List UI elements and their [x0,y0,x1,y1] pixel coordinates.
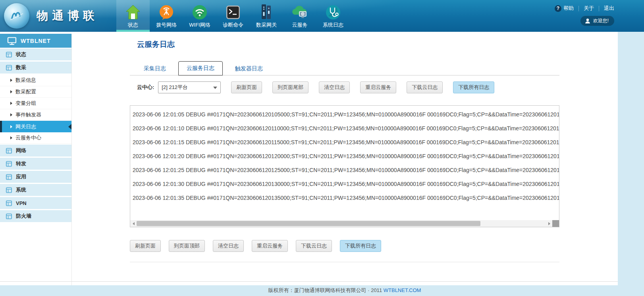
cloud-center-selected-value: [2] 212平台 [162,84,188,91]
nav-item-diagnostic-command[interactable]: 诊断命令 [216,0,250,32]
log-lines: 2023-06-06 12:01:05 DEBUG ##0171QN=20230… [130,106,559,205]
bottom-clear-log-button[interactable]: 清空日志 [213,240,244,252]
grid-icon [6,174,12,180]
logout-link[interactable]: 退出 [604,5,614,12]
sidebar-item-variable-group[interactable]: 变量分组 [0,98,71,109]
gateway-icon [258,0,275,21]
bottom-download-all-logs-button[interactable]: 下载所有日志 [340,240,381,252]
grid-icon [6,213,12,220]
background-right-strip [618,32,644,296]
top-download-all-logs-button[interactable]: 下载所有日志 [453,81,494,93]
antenna-icon [158,0,175,21]
top-download-cloud-log-button[interactable]: 下载云日志 [407,81,443,93]
sidebar-item-cloud-service-center[interactable]: 云服务中心 [0,132,71,144]
nav-item-status[interactable]: 状态 [116,0,150,32]
nav-item-label: 诊断命令 [223,21,243,29]
cloud-center-label: 云中心: [137,84,154,91]
chevron-down-icon [213,87,217,89]
grid-icon [6,64,12,71]
copyright-text: 版权所有：厦门物通博联网络科技有限公司 · 2011 [268,287,382,293]
tab-collection-log[interactable]: 采集日志 [137,62,173,75]
tab-trigger-log[interactable]: 触发器日志 [228,62,270,75]
sidebar-item-dc-info[interactable]: 数采信息 [0,75,71,86]
about-link[interactable]: 关于 [584,5,594,12]
top-goto-page-bottom-button[interactable]: 到页面尾部 [272,81,309,93]
log-line: 2023-06-06 12:01:15 DEBUG ##0171QN=20230… [133,135,559,149]
sidebar-item-data-collection[interactable]: 数采 [0,62,71,74]
top-header: 物通博联 状态 [0,0,644,32]
sidebar-item-label: 应用 [16,173,26,180]
sidebar-item-application[interactable]: 应用 [0,171,71,183]
sidebar-item-label: 状态 [16,51,26,58]
sidebar-item-label: 数采 [16,64,26,71]
sidebar-item-event-trigger[interactable]: 事件触发器 [0,109,71,121]
grid-icon [6,200,12,207]
nav-item-dial-network[interactable]: 拨号网络 [150,0,183,32]
bottom-restart-cloud-service-button[interactable]: 重启云服务 [252,240,288,252]
scroll-right-arrow-icon[interactable] [546,220,552,227]
welcome-badge[interactable]: 欢迎您! [580,16,614,26]
sidebar: WTBLNET 状态 数采 数采信息 数采配置 变量分组 事件触发器 网关日 [0,34,72,285]
sidebar-item-forwarding[interactable]: 转发 [0,158,71,170]
sidebar-item-vpn[interactable]: VPN [0,197,71,209]
stethoscope-icon [325,0,341,21]
page: 物通博联 状态 [0,0,644,296]
top-restart-cloud-service-button[interactable]: 重启云服务 [360,81,396,93]
log-line: 2023-06-06 12:01:35 DEBUG ##0171QN=20230… [133,191,559,205]
sidebar-item-network[interactable]: 网络 [0,145,71,157]
nav-item-wifi-network[interactable]: WIFI网络 [183,0,216,32]
log-line: 2023-06-06 12:01:25 DEBUG ##0171QN=20230… [133,163,559,177]
log-line: 2023-06-06 12:01:10 DEBUG ##0171QN=20230… [133,122,559,135]
sidebar-item-dc-config[interactable]: 数采配置 [0,86,71,98]
sidebar-item-firewall[interactable]: 防火墙 [0,210,71,222]
nav-item-label: 状态 [128,21,138,29]
top-refresh-page-button[interactable]: 刷新页面 [231,81,262,93]
sidebar-item-label: 防火墙 [16,213,31,220]
scroll-left-arrow-icon[interactable] [130,220,137,227]
log-line: 2023-06-06 12:01:05 DEBUG ##0171QN=20230… [133,108,559,122]
bottom-log-controls: 刷新页面 到页面顶部 清空日志 重启云服务 下载云日志 下载所有日志 [130,240,389,252]
top-clear-log-button[interactable]: 清空日志 [319,81,350,93]
page-title: 云服务日志 [137,39,175,50]
caret-right-icon [10,90,12,93]
link-separator [599,6,599,11]
nav-item-system-log[interactable]: 系统日志 [316,0,350,32]
sidebar-item-label: 转发 [16,160,26,167]
wtblnet-link[interactable]: WTBLNET.COM [384,287,421,293]
horizontal-scrollbar[interactable] [130,220,559,227]
bottom-download-cloud-log-button[interactable]: 下载云日志 [296,240,332,252]
log-tabs: 采集日志 云服务日志 触发器日志 [137,62,270,75]
device-name: WTBLNET [21,38,50,44]
bottom-goto-page-top-button[interactable]: 到页面顶部 [169,240,205,252]
sidebar-item-system[interactable]: 系统 [0,184,71,196]
top-nav: 状态 拨号网络 [116,0,350,32]
grid-icon [6,161,12,167]
scrollbar-corner [552,220,559,227]
nav-item-label: 系统日志 [323,21,343,29]
grid-icon [6,187,12,193]
top-links: ? 帮助 关于 退出 [555,5,614,12]
sidebar-item-label: 数采配置 [15,88,36,95]
log-viewer[interactable]: 2023-06-06 12:01:05 DEBUG ##0171QN=20230… [130,105,559,227]
brand-logo: 物通博联 [4,2,98,30]
sidebar-item-gateway-log[interactable]: 网关日志 [0,121,71,132]
bottom-refresh-page-button[interactable]: 刷新页面 [130,240,161,252]
brand-name: 物通博联 [37,8,98,24]
footer-divider [0,281,618,282]
scrollbar-track[interactable] [137,221,546,226]
nav-item-label: 数采网关 [256,21,277,29]
nav-item-data-gateway[interactable]: 数采网关 [250,0,283,32]
caret-right-icon [10,102,12,105]
help-link[interactable]: 帮助 [563,5,574,12]
monitor-icon [7,37,17,45]
scrollbar-thumb[interactable] [137,221,480,226]
tab-cloud-service-log[interactable]: 云服务日志 [178,61,223,75]
nav-item-cloud-service[interactable]: 云服务 [283,0,316,32]
grid-icon [6,147,12,154]
sidebar-header: WTBLNET [0,34,71,48]
brand-globe-icon [4,3,29,29]
cloud-center-select[interactable]: [2] 212平台 [158,81,221,93]
sidebar-item-status[interactable]: 状态 [0,48,71,60]
grid-icon [6,51,12,58]
content-divider [130,262,559,262]
